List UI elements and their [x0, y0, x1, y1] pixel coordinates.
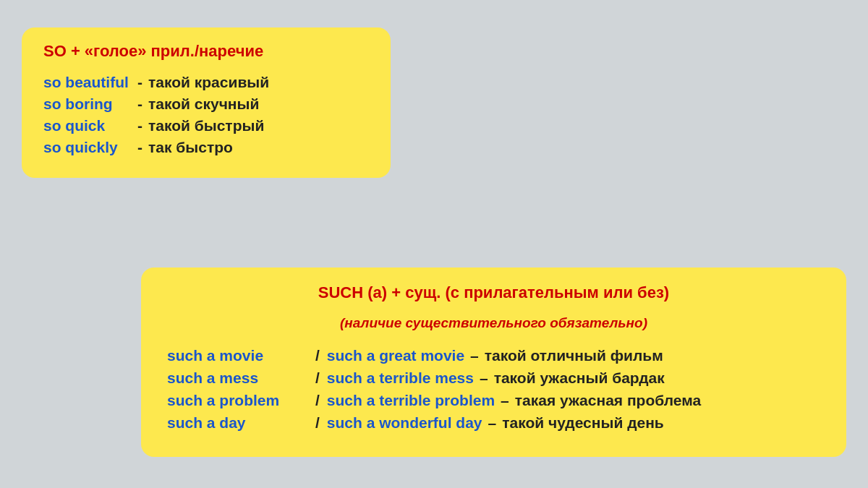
so-row: so quick - такой быстрый: [43, 117, 369, 134]
so-rows-container: so beautiful - такой красивый so boring …: [43, 74, 369, 156]
such-extended: such a terrible mess: [327, 369, 474, 387]
so-card: SO + «голое» прил./наречие so beautiful …: [22, 27, 391, 178]
so-russian: такой быстрый: [148, 117, 264, 134]
so-russian: такой скучный: [148, 95, 259, 113]
such-sep: /: [315, 392, 320, 409]
so-row: so beautiful - такой красивый: [43, 74, 369, 91]
so-dash: -: [137, 117, 142, 134]
such-russian: такой отличный фильм: [485, 347, 663, 364]
so-english: so quick: [43, 117, 137, 134]
so-english: so quickly: [43, 139, 137, 156]
so-russian: так быстро: [148, 139, 233, 156]
such-russian: такой чудесный день: [502, 414, 664, 432]
such-dash: –: [470, 347, 479, 364]
so-card-title: SO + «голое» прил./наречие: [43, 42, 369, 61]
so-russian: такой красивый: [148, 74, 269, 91]
such-extended: such a terrible problem: [327, 392, 495, 409]
such-sep: /: [315, 369, 320, 387]
such-russian: такая ужасная проблема: [515, 392, 701, 409]
such-extended: such a wonderful day: [327, 414, 482, 432]
such-card-subtitle: (наличие существительного обязательно): [167, 315, 820, 331]
such-russian: такой ужасный бардак: [494, 369, 665, 387]
such-dash: –: [480, 369, 488, 387]
such-row: such a mess / such a terrible mess – так…: [167, 369, 820, 387]
such-row: such a movie / such a great movie – тако…: [167, 347, 820, 364]
so-dash: -: [137, 95, 142, 113]
such-base: such a movie: [167, 347, 308, 364]
such-dash: –: [488, 414, 497, 432]
such-base: such a mess: [167, 369, 308, 387]
such-row: such a day / such a wonderful day – тако…: [167, 414, 820, 432]
such-card-title: SUCH (a) + сущ. (с прилагательным или бе…: [167, 283, 820, 302]
so-english: so boring: [43, 95, 137, 113]
such-sep: /: [315, 347, 320, 364]
such-extended: such a great movie: [327, 347, 464, 364]
such-sep: /: [315, 414, 320, 432]
such-base: such a day: [167, 414, 308, 432]
so-dash: -: [137, 139, 142, 156]
so-dash: -: [137, 74, 142, 91]
so-english: so beautiful: [43, 74, 137, 91]
so-row: so quickly - так быстро: [43, 139, 369, 156]
such-rows-container: such a movie / such a great movie – тако…: [167, 347, 820, 432]
so-row: so boring - такой скучный: [43, 95, 369, 113]
such-card: SUCH (a) + сущ. (с прилагательным или бе…: [141, 267, 846, 457]
such-row: such a problem / such a terrible problem…: [167, 392, 820, 409]
such-base: such a problem: [167, 392, 308, 409]
such-dash: –: [501, 392, 509, 409]
